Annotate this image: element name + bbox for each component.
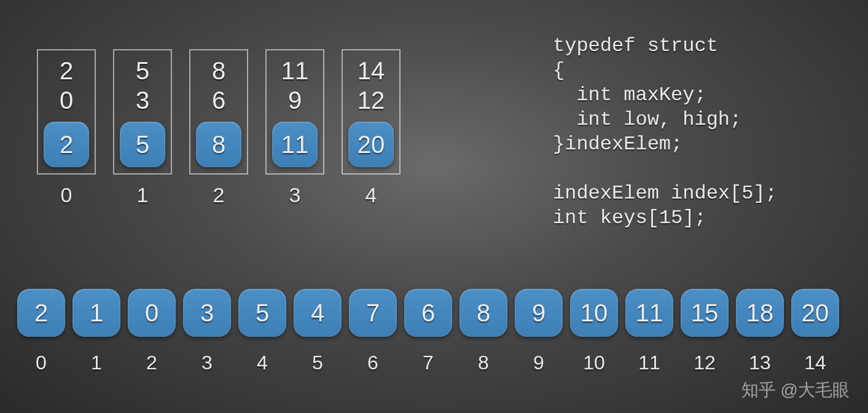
key-val: 5: [256, 299, 269, 327]
key-val: 10: [581, 299, 608, 327]
code-snippet: typedef struct { int maxKey; int low, hi…: [553, 34, 777, 230]
key-position: 9: [533, 352, 544, 374]
key-position: 11: [638, 352, 660, 374]
key-tile: 6: [404, 289, 452, 337]
index-box: 11 9 11: [265, 49, 324, 175]
key-elem: 9 9: [515, 289, 563, 374]
index-box: 8 6 8: [189, 49, 248, 175]
index-maxkey-tile: 5: [120, 122, 165, 167]
key-tile: 3: [183, 289, 231, 337]
key-tile: 9: [515, 289, 563, 337]
index-array: 2 0 2 0 5 3 5 1 8 6 8 2 11 9: [37, 49, 401, 207]
key-elem: 1 1: [72, 289, 120, 374]
key-val: 18: [746, 299, 774, 327]
key-position: 6: [367, 352, 378, 374]
index-high: 2: [60, 57, 73, 85]
index-low: 6: [212, 86, 225, 114]
index-high: 11: [281, 57, 309, 85]
key-val: 20: [802, 299, 829, 327]
key-val: 15: [691, 299, 719, 327]
index-maxkey: 8: [212, 130, 225, 159]
index-maxkey: 11: [281, 130, 309, 159]
index-low: 3: [136, 86, 149, 114]
key-elem: 18 13: [736, 289, 784, 374]
key-tile: 0: [128, 289, 176, 337]
key-val: 9: [532, 299, 545, 327]
index-elem-3: 11 9 11 3: [265, 49, 324, 207]
index-maxkey: 20: [358, 130, 385, 159]
index-position: 2: [213, 183, 225, 207]
key-elem: 8 8: [459, 289, 507, 374]
key-elem: 7 6: [349, 289, 397, 374]
keys-array: 2 0 1 1 0 2 3 3 5 4 4 5 7 6 6 7 8 8 9 9 …: [17, 289, 853, 374]
index-elem-1: 5 3 5 1: [113, 49, 172, 207]
index-high: 5: [136, 57, 149, 85]
key-position: 14: [804, 352, 826, 374]
key-elem: 0 2: [128, 289, 176, 374]
key-tile: 20: [791, 289, 839, 337]
index-low: 9: [288, 86, 302, 114]
key-elem: 3 3: [183, 289, 231, 374]
key-elem: 11 11: [625, 289, 673, 374]
index-elem-2: 8 6 8 2: [189, 49, 248, 207]
index-elem-0: 2 0 2 0: [37, 49, 96, 207]
key-tile: 2: [17, 289, 65, 337]
key-val: 3: [200, 299, 214, 327]
key-val: 4: [311, 299, 324, 327]
key-val: 7: [366, 299, 380, 327]
index-position: 3: [289, 183, 301, 207]
index-low: 0: [60, 86, 73, 114]
index-box: 2 0 2: [37, 49, 96, 175]
index-low: 12: [358, 86, 385, 114]
key-tile: 8: [459, 289, 507, 337]
key-elem: 4 5: [294, 289, 342, 374]
key-elem: 15 12: [681, 289, 729, 374]
index-position: 1: [137, 183, 149, 207]
watermark-text: 知乎 @大毛眼: [741, 379, 850, 402]
key-position: 5: [312, 352, 323, 374]
index-high: 14: [358, 57, 385, 85]
key-val: 8: [477, 299, 490, 327]
index-maxkey-tile: 11: [272, 122, 318, 167]
index-maxkey: 5: [136, 130, 149, 159]
index-position: 4: [366, 183, 377, 207]
key-position: 1: [91, 352, 102, 374]
key-tile: 11: [625, 289, 673, 337]
index-high: 8: [212, 57, 225, 85]
key-tile: 5: [238, 289, 286, 337]
key-tile: 4: [294, 289, 342, 337]
key-position: 3: [201, 352, 213, 374]
key-elem: 6 7: [404, 289, 452, 374]
index-maxkey-tile: 8: [196, 122, 241, 167]
index-box: 5 3 5: [113, 49, 172, 175]
key-position: 2: [146, 352, 157, 374]
key-position: 10: [583, 352, 605, 374]
key-tile: 7: [349, 289, 397, 337]
index-position: 0: [61, 183, 72, 207]
key-val: 2: [34, 299, 48, 327]
key-position: 13: [749, 352, 771, 374]
index-maxkey: 2: [60, 130, 73, 159]
key-tile: 10: [570, 289, 618, 337]
key-val: 11: [636, 299, 663, 327]
index-maxkey-tile: 20: [348, 122, 394, 167]
key-val: 6: [421, 299, 435, 327]
key-tile: 15: [681, 289, 729, 337]
key-position: 7: [423, 352, 434, 374]
index-elem-4: 14 12 20 4: [342, 49, 401, 207]
key-val: 0: [145, 299, 158, 327]
key-position: 0: [36, 352, 47, 374]
key-position: 4: [257, 352, 268, 374]
key-elem: 2 0: [17, 289, 65, 374]
key-position: 8: [478, 352, 489, 374]
key-position: 12: [694, 352, 716, 374]
key-elem: 5 4: [238, 289, 286, 374]
index-maxkey-tile: 2: [44, 122, 89, 167]
key-elem: 20 14: [791, 289, 839, 374]
key-tile: 1: [72, 289, 120, 337]
key-val: 1: [90, 299, 103, 327]
key-elem: 10 10: [570, 289, 618, 374]
index-box: 14 12 20: [342, 49, 401, 175]
key-tile: 18: [736, 289, 784, 337]
